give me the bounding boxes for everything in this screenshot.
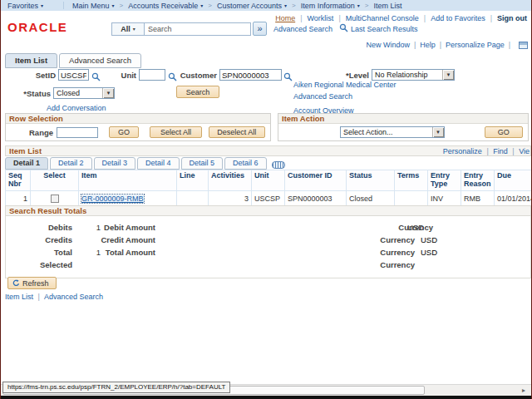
advanced-search-page-link[interactable]: Advanced Search xyxy=(293,92,352,101)
search-input[interactable] xyxy=(145,22,251,36)
search-button[interactable]: Search xyxy=(176,86,219,98)
tab-advanced-search[interactable]: Advanced Search xyxy=(59,53,141,68)
home-link[interactable]: Home xyxy=(275,14,295,22)
table-row: 1 GR-0000009-RMB 3 USCSP SPN0000003 Clos… xyxy=(6,190,532,207)
taskbar-edge xyxy=(1,396,531,399)
unit-input[interactable] xyxy=(139,69,165,81)
advanced-search-link[interactable]: Advanced Search xyxy=(273,25,332,33)
range-input[interactable] xyxy=(57,127,98,138)
personalize-page-link[interactable]: Personalize Page xyxy=(446,41,505,49)
select-all-button[interactable]: Select All xyxy=(150,126,202,138)
col-line: Line xyxy=(177,170,209,191)
totals-row-debits: Debits 1 Debit Amount CurrencyUSD xyxy=(6,221,530,234)
detail-tab-2[interactable]: Detail 2 xyxy=(50,157,92,170)
customer-lookup-icon[interactable] xyxy=(283,70,293,85)
totals-row-credits: Credits Credit Amount Currency USD xyxy=(6,234,530,246)
chevron-down-icon: ▾ xyxy=(133,26,135,32)
detail-tab-3[interactable]: Detail 3 xyxy=(94,157,136,170)
item-id-link[interactable]: GR-0000009-RMB xyxy=(81,195,144,203)
level-label: *Level xyxy=(332,71,369,80)
col-item: Item xyxy=(79,170,177,191)
credit-amount-label: Credit Amount xyxy=(101,235,155,244)
scrollbar-right-arrow[interactable] xyxy=(519,386,529,395)
worklist-link[interactable]: Worklist xyxy=(308,14,334,22)
debits-label: Debits xyxy=(6,223,72,232)
range-label: Range xyxy=(29,128,53,137)
selected-label: Selected xyxy=(6,260,72,269)
totals-row-total: Total 1 Total Amount Currency USD xyxy=(6,246,530,259)
global-search-bar: All▾ Advanced Search Last Search Results xyxy=(111,22,418,36)
level-select[interactable]: No Relationship xyxy=(372,69,455,81)
deselect-all-button[interactable]: Deselect All xyxy=(209,126,265,138)
col-due: Due xyxy=(495,170,532,191)
find-link[interactable]: Find xyxy=(493,147,508,155)
search-results-icon xyxy=(339,23,348,34)
select-checkbox[interactable] xyxy=(51,195,59,203)
detail-tabs: Detail 1 Detail 2 Detail 3 Detail 4 Deta… xyxy=(5,157,531,170)
view-all-link[interactable]: Vie xyxy=(519,147,530,155)
col-select: Select xyxy=(31,170,79,191)
cell-unit: USCSP xyxy=(252,190,285,207)
search-scope-dropdown[interactable]: All▾ xyxy=(111,22,145,36)
refresh-icon xyxy=(12,279,20,287)
detail-tab-5[interactable]: Detail 5 xyxy=(181,157,224,170)
status-select[interactable]: Closed xyxy=(53,87,115,99)
customer-name-link[interactable]: Aiken Regional Medical Center xyxy=(293,81,397,89)
footer-item-list-link[interactable]: Item List xyxy=(5,293,33,301)
range-go-button[interactable]: GO xyxy=(109,126,139,138)
currency-value: USD xyxy=(415,248,437,257)
chevron-down-icon xyxy=(442,70,454,80)
totals-section: Search Result Totals Debits 1 Debit Amou… xyxy=(5,206,531,278)
breadcrumb-label: Accounts Receivable xyxy=(128,2,198,10)
chevron-down-icon: ▾ xyxy=(357,2,360,8)
breadcrumb: Favorites▾ Main Menu▾ > Accounts Receiva… xyxy=(1,0,531,11)
personalize-link[interactable]: Personalize xyxy=(443,147,482,155)
help-link[interactable]: Help xyxy=(420,41,436,49)
detail-tab-1[interactable]: Detail 1 xyxy=(5,157,48,170)
add-to-favorites-link[interactable]: Add to Favorites xyxy=(431,14,485,22)
search-submit-button[interactable] xyxy=(253,22,267,36)
item-list-section: Item List Personalize | Find | Vie Detai… xyxy=(5,145,531,207)
item-action-title: Item Action xyxy=(278,114,528,124)
setid-label: SetID xyxy=(16,71,56,80)
footer-advanced-search-link[interactable]: Advanced Search xyxy=(44,293,103,301)
setid-lookup-icon[interactable] xyxy=(91,70,101,85)
col-entry-reason: Entry Reason xyxy=(461,170,495,191)
col-customer-id: Customer ID xyxy=(285,170,347,191)
refresh-button[interactable]: Refresh xyxy=(7,277,57,289)
customer-input[interactable] xyxy=(219,69,282,81)
currency-label: Currency xyxy=(367,235,415,244)
item-action-go-button[interactable]: GO xyxy=(485,126,523,138)
unit-label: Unit xyxy=(101,71,136,80)
chevron-down-icon xyxy=(102,88,114,98)
last-search-results-link[interactable]: Last Search Results xyxy=(351,25,418,33)
add-conversation-link[interactable]: Add Conversation xyxy=(47,104,106,112)
breadcrumb-accounts-receivable[interactable]: Accounts Receivable▾ xyxy=(128,2,203,10)
application-window: Favorites▾ Main Menu▾ > Accounts Receiva… xyxy=(0,0,532,399)
tab-item-list[interactable]: Item List xyxy=(5,53,57,68)
setid-input[interactable] xyxy=(58,69,89,81)
breadcrumb-customer-accounts[interactable]: Customer Accounts▾ xyxy=(217,2,287,10)
chevron-down-icon: ▾ xyxy=(200,2,203,8)
breadcrumb-favorites[interactable]: Favorites▾ xyxy=(7,2,43,10)
breadcrumb-main-menu[interactable]: Main Menu▾ xyxy=(72,2,115,10)
currency-label: CurrencyUSD xyxy=(386,223,433,232)
grid-header-row: Seq Nbr Select Item Line Activities Unit… xyxy=(6,170,532,191)
currency-value: USD xyxy=(415,235,437,244)
http-window-icon[interactable] xyxy=(519,42,528,49)
detail-tab-6[interactable]: Detail 6 xyxy=(224,157,267,170)
new-window-link[interactable]: New Window xyxy=(366,41,410,49)
row-selection-title: Row Selection xyxy=(6,114,270,124)
totals-section-title: Search Result Totals xyxy=(9,206,86,215)
col-status: Status xyxy=(347,170,395,191)
item-action-select[interactable]: Select Action... xyxy=(340,126,445,138)
detail-tab-4[interactable]: Detail 4 xyxy=(137,157,180,170)
sign-out-link[interactable]: Sign out xyxy=(497,14,527,22)
cell-seq: 1 xyxy=(6,190,31,207)
currency-label: Currency xyxy=(367,248,415,257)
item-action-value: Select Action... xyxy=(341,128,432,136)
status-value: Closed xyxy=(54,89,102,97)
multichannel-console-link[interactable]: MultiChannel Console xyxy=(346,14,419,22)
breadcrumb-item-information[interactable]: Item Information▾ xyxy=(301,2,360,10)
show-all-columns-icon[interactable] xyxy=(272,161,285,169)
